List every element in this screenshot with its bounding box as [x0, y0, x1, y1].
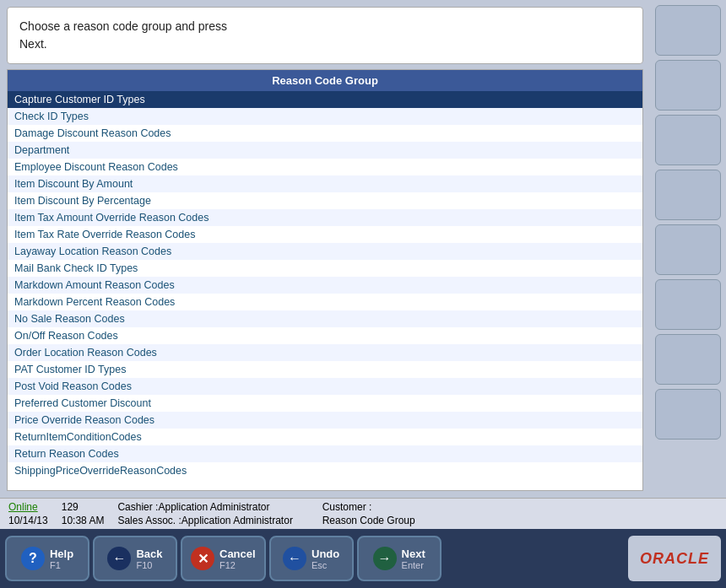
list-item[interactable]: Price Override Reason Codes [8, 412, 642, 429]
date-display: 10/14/13 [8, 515, 48, 526]
cashier-info: Cashier :Application Administrator [117, 501, 308, 513]
help-button[interactable]: ? Help F1 [5, 536, 89, 581]
oracle-logo: ORACLE [628, 536, 721, 581]
list-item[interactable]: Mail Bank Check ID Types [8, 260, 642, 277]
back-button[interactable]: ← Back F10 [93, 536, 177, 581]
instruction-box: Choose a reason code group and press Nex… [7, 7, 643, 64]
right-sidebar [650, 0, 726, 498]
list-item[interactable]: ReturnItemConditionCodes [8, 429, 642, 445]
list-item[interactable]: ShippingPriceOverrideReasonCodes [8, 462, 642, 479]
sidebar-btn-5[interactable] [655, 224, 721, 275]
help-icon: ? [21, 547, 45, 570]
sidebar-btn-1[interactable] [655, 5, 721, 56]
list-scroll[interactable]: Capture Customer ID TypesCheck ID TypesD… [8, 91, 642, 490]
sidebar-btn-3[interactable] [655, 115, 721, 165]
sidebar-btn-6[interactable] [655, 279, 721, 330]
list-item[interactable]: Check ID Types [8, 108, 642, 125]
top-area: Choose a reason code group and press Nex… [0, 0, 726, 498]
sidebar-btn-2[interactable] [655, 60, 721, 111]
sidebar-btn-4[interactable] [655, 170, 721, 220]
list-item[interactable]: PAT Customer ID Types [8, 361, 642, 378]
list-item[interactable]: On/Off Reason Codes [8, 327, 642, 344]
list-item[interactable]: Item Discount By Percentage [8, 192, 642, 209]
list-item[interactable]: Capture Customer ID Types [8, 91, 642, 108]
main-container: Choose a reason code group and press Nex… [0, 0, 726, 588]
list-item[interactable]: Order Location Reason Codes [8, 344, 642, 361]
customer-info: Customer : [322, 501, 513, 513]
list-item[interactable]: Markdown Percent Reason Codes [8, 294, 642, 310]
sidebar-btn-7[interactable] [655, 334, 721, 385]
list-item[interactable]: Layaway Location Reason Codes [8, 243, 642, 260]
list-container: Reason Code Group Capture Customer ID Ty… [7, 69, 643, 491]
status-bar: Online129Cashier :Application Administra… [0, 498, 726, 529]
store-number: 129 [62, 501, 105, 513]
left-panel: Choose a reason code group and press Nex… [0, 0, 650, 498]
list-item[interactable]: Item Discount By Amount [8, 175, 642, 192]
undo-button[interactable]: ← Undo Esc [269, 536, 354, 581]
sidebar-btn-8[interactable] [655, 389, 721, 440]
list-item[interactable]: Item Tax Rate Override Reason Codes [8, 226, 642, 243]
instruction-line1: Choose a reason code group and press [19, 19, 227, 33]
list-item[interactable]: Item Tax Amount Override Reason Codes [8, 209, 642, 226]
back-icon: ← [107, 547, 131, 570]
list-item[interactable]: Preferred Customer Discount [8, 395, 642, 412]
list-item[interactable]: No Sale Reason Codes [8, 310, 642, 327]
next-button[interactable]: → Next Enter [357, 536, 442, 581]
sales-info: Sales Assoc. :Application Administrator [117, 515, 308, 526]
toolbar: ? Help F1 ← Back F10 ✕ Cancel F12 ← Undo [0, 529, 726, 588]
list-item[interactable]: Return Reason Codes [8, 445, 642, 462]
online-status[interactable]: Online [8, 501, 48, 513]
list-item[interactable]: Employee Discount Reason Codes [8, 159, 642, 175]
list-item[interactable]: Department [8, 142, 642, 159]
undo-icon: ← [283, 547, 306, 570]
list-item[interactable]: Damage Discount Reason Codes [8, 125, 642, 142]
cancel-button[interactable]: ✕ Cancel F12 [181, 536, 266, 581]
list-header: Reason Code Group [8, 70, 642, 91]
next-icon: → [373, 547, 397, 570]
list-item[interactable]: Post Void Reason Codes [8, 378, 642, 395]
reason-code-label: Reason Code Group [322, 515, 513, 526]
list-item[interactable]: Markdown Amount Reason Codes [8, 277, 642, 294]
cancel-icon: ✕ [191, 547, 214, 570]
instruction-line2: Next. [19, 37, 47, 51]
time-display: 10:38 AM [62, 515, 105, 526]
